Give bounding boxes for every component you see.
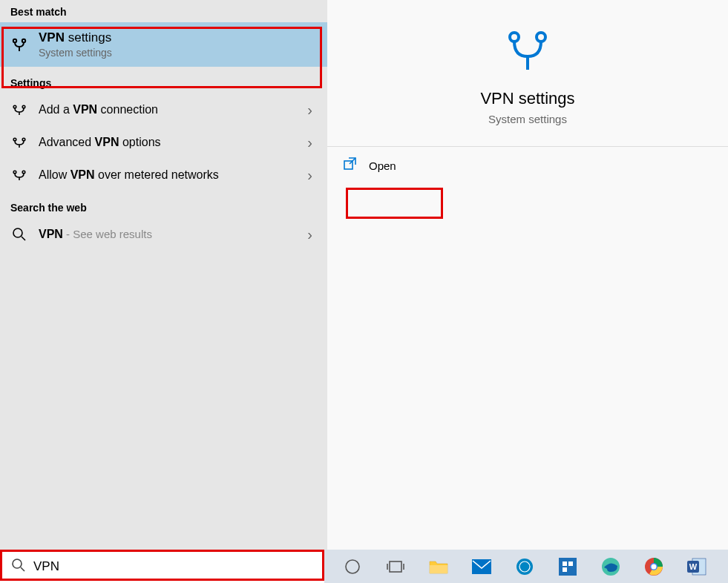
svg-point-27 [517, 559, 533, 575]
vpn-icon [10, 36, 28, 53]
svg-point-0 [13, 39, 16, 42]
search-results-panel: Best match VPN settings System settings … [0, 0, 327, 550]
svg-point-9 [13, 171, 16, 174]
result-title: VPN settings [39, 30, 317, 46]
svg-point-1 [22, 39, 25, 42]
svg-point-7 [22, 138, 25, 141]
svg-point-15 [537, 33, 545, 42]
svg-line-13 [22, 237, 25, 240]
preview-panel: VPN settings System settings Open [327, 0, 728, 550]
vpn-icon [10, 134, 28, 151]
task-view-icon[interactable] [379, 552, 412, 582]
search-icon [10, 225, 28, 243]
svg-line-20 [21, 567, 24, 571]
preview-subtitle: System settings [488, 113, 567, 125]
search-input[interactable] [33, 559, 313, 574]
svg-point-12 [13, 228, 22, 237]
result-title: VPN - See web results [39, 227, 307, 243]
file-explorer-icon[interactable] [422, 552, 455, 582]
dell-icon[interactable] [508, 552, 541, 582]
taskbar: W [0, 550, 728, 583]
result-vpn-settings[interactable]: VPN settings System settings [0, 22, 327, 67]
svg-point-14 [510, 33, 519, 42]
search-icon [11, 558, 26, 576]
section-best-match: Best match [0, 0, 327, 22]
chevron-right-icon: › [307, 134, 312, 151]
vpn-icon [10, 101, 28, 119]
result-advanced-vpn-options[interactable]: Advanced VPN options › [0, 126, 327, 159]
chrome-icon[interactable] [637, 552, 670, 582]
svg-rect-26 [472, 559, 491, 574]
open-button[interactable]: Open [327, 147, 728, 184]
open-label: Open [369, 159, 396, 172]
chevron-right-icon: › [307, 102, 312, 119]
section-search-web: Search the web [0, 191, 327, 218]
svg-point-4 [22, 105, 25, 108]
section-settings: Settings [0, 67, 327, 93]
svg-point-3 [13, 105, 16, 108]
result-subtitle: System settings [39, 46, 317, 59]
svg-point-6 [13, 138, 16, 141]
preview-title: VPN settings [480, 89, 574, 108]
cortana-icon[interactable] [336, 552, 369, 582]
edge-icon[interactable] [594, 552, 627, 582]
svg-rect-32 [563, 567, 567, 572]
vpn-large-icon [502, 30, 554, 74]
chevron-right-icon: › [307, 167, 312, 184]
svg-rect-31 [568, 561, 573, 566]
result-title: Allow VPN over metered networks [39, 168, 307, 183]
mail-icon[interactable] [465, 552, 498, 582]
vpn-icon [10, 166, 28, 184]
svg-point-10 [22, 171, 25, 174]
svg-text:W: W [689, 562, 698, 571]
chevron-right-icon: › [307, 226, 312, 243]
svg-point-36 [652, 564, 657, 569]
result-add-vpn-connection[interactable]: Add a VPN connection › [0, 93, 327, 126]
search-box[interactable] [0, 550, 324, 583]
svg-rect-30 [563, 561, 567, 566]
word-icon[interactable]: W [681, 552, 713, 582]
result-title: Add a VPN connection [39, 102, 307, 118]
svg-point-21 [346, 560, 359, 573]
open-icon [344, 157, 357, 174]
result-title: Advanced VPN options [39, 135, 307, 151]
svg-point-19 [13, 559, 22, 568]
result-allow-vpn-metered[interactable]: Allow VPN over metered networks › [0, 159, 327, 191]
svg-rect-22 [390, 561, 401, 572]
result-vpn-web[interactable]: VPN - See web results › [0, 218, 327, 251]
svg-rect-29 [559, 558, 577, 576]
app-icon[interactable] [551, 552, 584, 582]
svg-rect-25 [430, 565, 447, 573]
